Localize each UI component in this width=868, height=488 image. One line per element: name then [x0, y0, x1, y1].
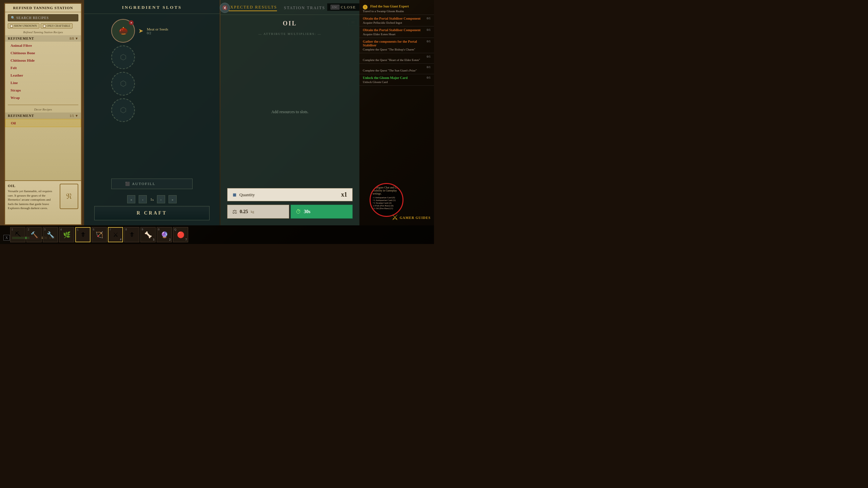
hotbar-count-11: 7	[185, 238, 187, 241]
slot-empty-icon-4: ⬡	[120, 106, 126, 115]
hotbar-slot-11[interactable]: Q 🔴 7	[173, 227, 188, 242]
hotbar-slot-1[interactable]: 1 ⛏	[10, 227, 25, 242]
hotbar-icon-10: 🔮	[161, 231, 168, 239]
nav-prev-btn[interactable]: ‹	[139, 195, 147, 203]
show-unknown-checkbox[interactable]	[10, 25, 13, 27]
ingredient-slot-2[interactable]: ⬡	[111, 45, 135, 69]
divider	[8, 105, 78, 105]
nav-next-btn[interactable]: ›	[157, 195, 165, 203]
player-x-btn[interactable]: X	[3, 235, 10, 241]
hotbar-slot-7[interactable]: 7 ⚔ 4	[108, 227, 123, 242]
refinement-title: REFINEMENT	[8, 37, 34, 40]
hotbar-icon-5: 🗡	[80, 231, 86, 238]
only-craftable-toggle[interactable]: ONLY CRAFTABLE	[41, 23, 73, 28]
time-value: 30s	[304, 209, 310, 215]
hotbar-key-8: 8	[125, 228, 127, 231]
quest-sub-0: Travel to a Swamp Gloom Realm	[363, 9, 431, 13]
placeholder-text: Add resources to slots.	[271, 109, 308, 115]
hotbar-key-4: 4	[60, 228, 62, 231]
watermark: ⚔ GAMER GUIDES	[392, 213, 431, 222]
only-craftable-checkbox[interactable]	[43, 25, 46, 27]
close-button[interactable]: ESC CLOSE	[327, 3, 359, 11]
recipe-leather[interactable]: Leather	[5, 72, 81, 79]
recipe-straps[interactable]: Straps	[5, 86, 81, 94]
slot-row-1: 🌰 ✕ ➤ Meat or Seeds 0/2	[84, 19, 220, 43]
center-panel: INGREDIENT SLOTS 🌰 ✕ ➤ Meat or Seeds 0/2…	[84, 0, 220, 225]
quest-title-3: Gather the components for the Portal Sta…	[363, 40, 427, 47]
hotbar-key-5: 5	[77, 228, 78, 231]
hotbar-slot-8[interactable]: 8 🗡	[124, 227, 139, 242]
hotbar-slot-3[interactable]: 3 🔧	[43, 227, 58, 242]
recipe-animal-fibre[interactable]: Animal Fibre	[5, 42, 81, 49]
slot-arrow-1: ➤	[138, 27, 143, 35]
recipe-wrap[interactable]: Wrap	[5, 94, 81, 101]
station-traits-tab[interactable]: STATION TRAITS	[284, 5, 325, 11]
craft-button[interactable]: R CRAFT	[94, 206, 210, 220]
autofill-button[interactable]: ⬛ AUTOFILL	[111, 179, 193, 189]
desc-card: 𝔑	[60, 184, 78, 209]
hotbar-icon-1: ⛏	[15, 231, 21, 238]
sound-button[interactable]: 🔇	[220, 3, 230, 13]
quest-progress-1: 0/1	[427, 17, 431, 20]
hotbar-slot-6[interactable]: 6 🏹	[92, 227, 107, 242]
recipe-chitinous-hide[interactable]: Chitinous Hide	[5, 57, 81, 64]
quest-item-1: Obtain the Portal Stabiliser Component 0…	[359, 15, 434, 26]
slot-remove-btn[interactable]: ✕	[129, 20, 134, 25]
recipe-felt[interactable]: Felt	[5, 64, 81, 72]
quest-item-0: ! Find the Sun Giant Expert Travel to a …	[359, 3, 434, 15]
nav-first-btn[interactable]: «	[127, 195, 135, 203]
recipe-oil[interactable]: Oil	[5, 119, 81, 127]
panel-title: REFINED TANNING STATION	[5, 4, 81, 12]
hotbar-slot-9[interactable]: 9 🦴 3	[140, 227, 156, 242]
search-icon: 🔍	[11, 16, 15, 20]
hotbar-icon-7: ⚔	[113, 231, 118, 239]
description-box: OIL Versatile yet flammable, oil require…	[5, 180, 81, 224]
nav-page: 1₁	[150, 197, 154, 202]
expected-results-tab[interactable]: EXPECTED RESULTS	[227, 5, 277, 11]
quest-item-2: Obtain the Portal Stabiliser Component 0…	[359, 26, 434, 38]
weight-unit: kg	[251, 210, 254, 214]
quest-progress-4: 0/1	[427, 55, 431, 58]
hotbar-slot-2[interactable]: 2 🔨	[26, 227, 42, 242]
quest-title-2: Obtain the Portal Stabiliser Component	[363, 28, 420, 32]
time-icon: ⏱	[296, 209, 301, 215]
refinement-count: 8/8 ▼	[70, 37, 78, 40]
search-bar[interactable]: 🔍 SEARCH RECIPES	[8, 14, 78, 21]
recipe-chitinous-bone[interactable]: Chitinous Bone	[5, 49, 81, 57]
hotbar-icon-9: 🦴	[144, 231, 152, 239]
hotbar-icon-4: 🌿	[63, 231, 71, 239]
hotbar-key-2: 2	[28, 228, 29, 231]
ingredient-slot-1[interactable]: 🌰 ✕	[111, 19, 135, 43]
desc-body: Versatile yet flammable, oil requires ca…	[8, 189, 57, 210]
filter-icon: ▼	[75, 37, 78, 40]
esc-label: ESC	[331, 5, 340, 9]
ingredient-slot-3[interactable]: ⬡	[111, 72, 135, 96]
quest-progress-2: 0/1	[427, 28, 431, 32]
nav-last-btn[interactable]: »	[169, 195, 177, 203]
toggle-row: SHOW UNKNOWN ONLY CRAFTABLE	[8, 23, 78, 28]
hotbar-count-9: 3	[153, 238, 154, 241]
ingredient-slot-4[interactable]: ⬡	[111, 98, 135, 122]
hotbar-slot-10[interactable]: 0 🔮 2	[157, 227, 172, 242]
right-panel: EXPECTED RESULTS STATION TRAITS OIL — AT…	[220, 0, 359, 225]
slot-item-label: Meat or Seeds	[147, 27, 168, 31]
hotbar-slot-5[interactable]: 5 🗡	[75, 227, 91, 242]
quest-title-1: Obtain the Portal Stabiliser Component	[363, 17, 420, 20]
hotbar-key-10: 0	[158, 228, 159, 231]
hotbar-slot-4[interactable]: 4 🌿	[59, 227, 74, 242]
hotbar-key-11: Q	[174, 228, 176, 231]
notification-line-1: +1 Antiquarian Card (1)	[373, 199, 400, 202]
notification-line-3: -2 Fish (Fen Bass) (0)	[373, 204, 400, 207]
quantity-row: ◼ Quantity x1	[227, 188, 353, 201]
results-content: Add resources to slots.	[220, 39, 359, 185]
recipe-line[interactable]: Line	[5, 79, 81, 86]
slot-row-3: ⬡	[84, 72, 220, 96]
show-unknown-toggle[interactable]: SHOW UNKNOWN	[8, 23, 39, 28]
quest-sub-2: Acquire Elder Eoten Heart	[363, 33, 431, 36]
quest-sub-5: Complete the Quest "The Sun Giant's Priz…	[363, 69, 431, 72]
hotbar-key-3: 3	[44, 228, 45, 231]
desc-title: OIL	[8, 184, 57, 188]
hotbar-key-7: 7	[110, 228, 111, 231]
quest-item-3: Gather the components for the Portal Sta…	[359, 38, 434, 53]
hotbar-key-1: 1	[12, 228, 13, 231]
